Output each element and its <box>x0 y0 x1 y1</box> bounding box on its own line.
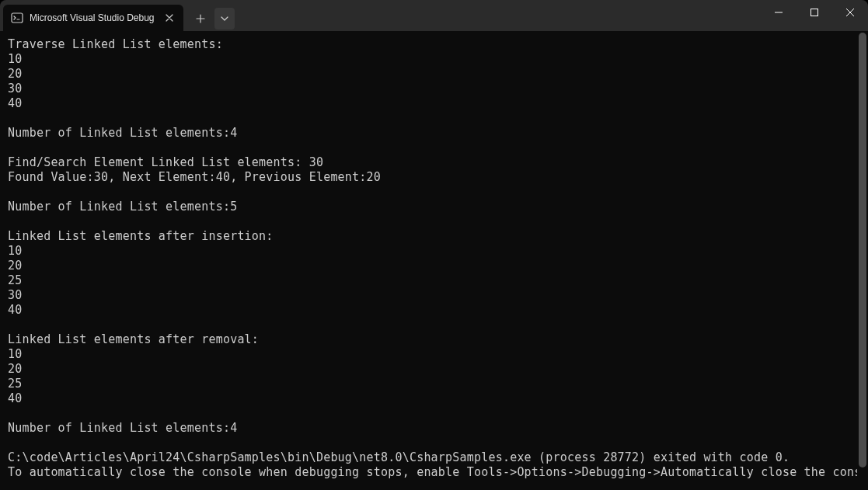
tab-dropdown-button[interactable] <box>214 8 235 30</box>
tab-area: Microsoft Visual Studio Debug <box>0 0 235 31</box>
tab-active[interactable]: Microsoft Visual Studio Debug <box>3 5 183 31</box>
svg-rect-3 <box>811 9 818 16</box>
titlebar[interactable]: Microsoft Visual Studio Debug <box>0 0 868 31</box>
svg-rect-0 <box>12 13 23 23</box>
scrollbar-thumb[interactable] <box>859 33 866 467</box>
maximize-button[interactable] <box>797 0 832 25</box>
close-button[interactable] <box>832 0 868 25</box>
console-output[interactable]: Traverse Linked List elements: 10 20 30 … <box>0 31 868 490</box>
new-tab-button[interactable] <box>188 8 213 30</box>
window-controls <box>761 0 868 25</box>
terminal-window: Microsoft Visual Studio Debug <box>0 0 868 490</box>
tab-close-button[interactable] <box>163 12 176 24</box>
minimize-button[interactable] <box>761 0 797 25</box>
scrollbar[interactable] <box>857 31 868 490</box>
tab-title: Microsoft Visual Studio Debug <box>30 12 157 23</box>
console-icon <box>11 12 23 24</box>
